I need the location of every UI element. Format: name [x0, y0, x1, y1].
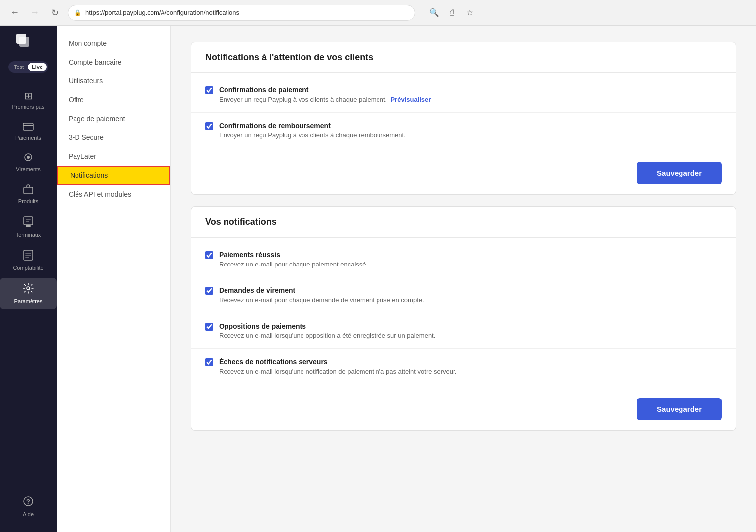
notification-title: Échecs de notifications serveurs [219, 358, 456, 366]
sidebar-item-label: Paramètres [14, 298, 43, 304]
confirmations-remboursement-checkbox[interactable] [205, 122, 213, 130]
notification-row: Confirmations de paiement Envoyer un reç… [205, 86, 722, 103]
svg-rect-14 [25, 257, 29, 258]
notification-row: Demandes de virement Recevez un e-mail p… [205, 286, 722, 304]
notification-row: Confirmations de remboursement Envoyer u… [205, 122, 722, 139]
notification-item-confirmations-remboursement: Confirmations de remboursement Envoyer u… [191, 113, 736, 148]
sidebar-item-aide[interactable]: ? Aide [19, 491, 38, 522]
sidebar-item-label: Virements [16, 166, 40, 172]
preview-link[interactable]: Prévisualiser [390, 96, 431, 103]
sidebar-item-parametres[interactable]: Paramètres [0, 278, 57, 309]
demandes-virement-checkbox[interactable] [205, 287, 213, 295]
browser-chrome: ← → ↻ 🔒 https://portal.payplug.com/#/con… [0, 0, 756, 26]
sidebar-item-label: Produits [18, 199, 38, 204]
checkbox-wrapper [205, 251, 213, 261]
notification-row: Paiements réussis Recevez un e-mail pour… [205, 251, 722, 268]
sub-nav-utilisateurs[interactable]: Utilisateurs [57, 71, 170, 90]
live-env-button[interactable]: Live [28, 63, 47, 71]
env-toggle: Test Live [8, 61, 48, 73]
notification-title: Oppositions de paiements [219, 322, 435, 330]
echecs-notifications-checkbox[interactable] [205, 358, 213, 366]
notification-title: Paiements réussis [219, 251, 368, 259]
client-notifications-header: Notifications à l'attention de vos clien… [191, 42, 736, 73]
svg-rect-6 [24, 187, 33, 194]
client-notifications-body: Confirmations de paiement Envoyer un reç… [191, 73, 736, 152]
notification-title: Confirmations de remboursement [219, 122, 406, 130]
sidebar-item-terminaux[interactable]: Terminaux [0, 211, 57, 243]
sub-nav-cles-api[interactable]: Clés API et modules [57, 185, 170, 203]
search-button[interactable]: 🔍 [427, 6, 441, 20]
svg-rect-10 [26, 221, 29, 222]
notification-text: Échecs de notifications serveurs Recevez… [219, 358, 456, 375]
bookmark-button[interactable]: ☆ [463, 6, 477, 20]
notification-row: Oppositions de paiements Recevez un e-ma… [205, 322, 722, 339]
transfer-icon [23, 153, 34, 164]
sub-nav-notifications[interactable]: Notifications [57, 166, 170, 185]
sub-nav-paylater[interactable]: PayLater [57, 147, 170, 166]
lock-icon: 🔒 [74, 9, 81, 16]
terminal-icon [23, 216, 33, 230]
notification-text: Paiements réussis Recevez un e-mail pour… [219, 251, 368, 268]
checkbox-wrapper [205, 86, 213, 96]
svg-rect-3 [23, 125, 33, 126]
svg-point-15 [27, 287, 30, 290]
sidebar: Test Live ⊞ Premiers pas Paiements [0, 26, 57, 532]
your-notifications-footer: Sauvegarder [191, 388, 736, 430]
svg-rect-13 [25, 255, 31, 256]
confirmations-paiement-checkbox[interactable] [205, 86, 213, 94]
svg-text:?: ? [26, 498, 30, 505]
client-notifications-card: Notifications à l'attention de vos clien… [191, 42, 736, 195]
app-container: Test Live ⊞ Premiers pas Paiements [0, 26, 756, 532]
sidebar-item-label: Terminaux [16, 232, 41, 238]
sub-nav-offre[interactable]: Offre [57, 90, 170, 109]
gear-icon [23, 283, 34, 296]
sidebar-item-virements[interactable]: Virements [0, 148, 57, 177]
notification-item-echecs-notifications: Échecs de notifications serveurs Recevez… [191, 349, 736, 384]
client-notifications-footer: Sauvegarder [191, 152, 736, 194]
checkbox-wrapper [205, 358, 213, 368]
sidebar-item-paiements[interactable]: Paiements [0, 117, 57, 146]
sub-nav-page-de-paiement[interactable]: Page de paiement [57, 109, 170, 128]
your-notifications-title: Vos notifications [205, 217, 722, 227]
notification-description: Recevez un e-mail lorsqu'une opposition … [219, 332, 435, 339]
sidebar-item-label: Comptabilité [13, 265, 43, 271]
sidebar-item-label: Premiers pas [12, 104, 45, 110]
refresh-button[interactable]: ↻ [48, 6, 62, 20]
save-your-notifications-button[interactable]: Sauvegarder [637, 398, 722, 420]
checkbox-wrapper [205, 122, 213, 132]
address-bar[interactable]: 🔒 https://portal.payplug.com/#/configura… [68, 5, 415, 21]
notification-text: Confirmations de remboursement Envoyer u… [219, 122, 406, 139]
sub-nav-mon-compte[interactable]: Mon compte [57, 34, 170, 53]
back-button[interactable]: ← [8, 6, 22, 20]
card-icon [23, 122, 34, 133]
sidebar-item-comptabilite[interactable]: Comptabilité [0, 245, 57, 276]
sidebar-item-premiers-pas[interactable]: ⊞ Premiers pas [0, 85, 57, 115]
test-env-button[interactable]: Test [10, 63, 28, 71]
share-button[interactable]: ⎙ [445, 6, 459, 20]
sidebar-item-label: Paiements [15, 135, 41, 141]
logo [16, 34, 40, 53]
url-text: https://portal.payplug.com/#/configurati… [85, 9, 239, 16]
oppositions-paiements-checkbox[interactable] [205, 323, 213, 331]
your-notifications-card: Vos notifications Paiements réussis Rece… [191, 206, 736, 431]
notification-title: Demandes de virement [219, 286, 424, 294]
browser-action-buttons: 🔍 ⎙ ☆ [427, 6, 477, 20]
sub-nav-3d-secure[interactable]: 3-D Secure [57, 128, 170, 147]
svg-rect-9 [26, 219, 31, 220]
grid-icon: ⊞ [24, 90, 33, 102]
notification-description: Recevez un e-mail lorsqu'une notificatio… [219, 368, 456, 375]
box-icon [23, 184, 33, 197]
accounting-icon [23, 250, 33, 263]
notification-text: Oppositions de paiements Recevez un e-ma… [219, 322, 435, 339]
paiements-reussis-checkbox[interactable] [205, 251, 213, 259]
main-content: Notifications à l'attention de vos clien… [171, 26, 756, 532]
svg-rect-12 [25, 253, 31, 254]
save-client-notifications-button[interactable]: Sauvegarder [637, 162, 722, 184]
notification-description: Envoyer un reçu Payplug à vos clients à … [219, 132, 406, 139]
forward-button[interactable]: → [28, 6, 42, 20]
sidebar-bottom: ? Aide [19, 491, 38, 524]
notification-item-demandes-virement: Demandes de virement Recevez un e-mail p… [191, 277, 736, 313]
client-notifications-title: Notifications à l'attention de vos clien… [205, 52, 722, 63]
sidebar-item-produits[interactable]: Produits [0, 179, 57, 209]
sub-nav-compte-bancaire[interactable]: Compte bancaire [57, 53, 170, 71]
